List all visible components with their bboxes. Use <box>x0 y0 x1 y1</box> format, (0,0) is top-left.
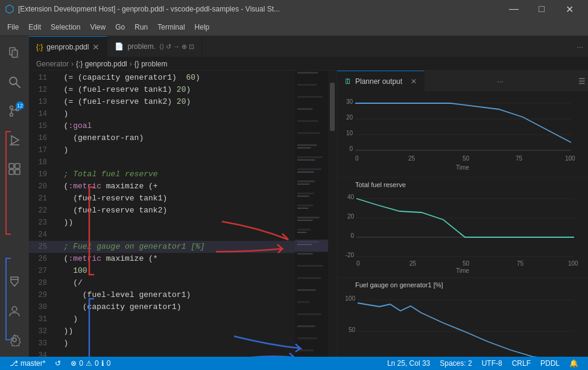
extensions-icon[interactable] <box>0 155 29 183</box>
line-text[interactable]: (fuel-reserve tank2) <box>54 205 337 217</box>
source-control-icon[interactable]: 12 <box>0 97 29 126</box>
help-menu[interactable]: Help <box>190 21 215 34</box>
tab-problem[interactable]: 📄 problem. ⟨⟩ ↺ → ⊕ ⊡ <box>107 36 202 57</box>
line-text[interactable]: 100 <box>54 265 337 277</box>
planner-panel-menu[interactable]: ··· <box>495 71 507 92</box>
line-number: 14 <box>29 108 54 120</box>
line-text[interactable]: ; Fuel gauge on generator1 [%] <box>54 241 337 253</box>
line-text[interactable]: (:metric maximize (* <box>54 253 337 265</box>
line-text[interactable]: (= (capacity generator1) 60) <box>54 72 337 84</box>
line-text[interactable]: (:metric maximize (+ <box>54 180 337 193</box>
maximize-button[interactable]: □ <box>528 0 555 18</box>
line-text[interactable]: (:goal <box>54 120 337 132</box>
tab-close-genprob[interactable]: ✕ <box>92 42 100 52</box>
encoding-text: UTF-8 <box>482 359 502 368</box>
account-icon[interactable] <box>0 296 29 325</box>
chart-middle-title: Total fuel reserve <box>342 180 583 188</box>
svg-line-3 <box>16 84 20 88</box>
code-line: 13 (= (fuel-reserve tank2) 20) <box>29 96 337 108</box>
breadcrumb-problem[interactable]: {} problem <box>134 60 168 68</box>
terminal-menu[interactable]: Terminal <box>153 21 189 34</box>
search-icon[interactable] <box>0 68 29 97</box>
breadcrumb-genprob[interactable]: {:} genprob.pddl <box>76 60 127 68</box>
chart-bottom: Fuel gauge on generator1 [%] 100 50 0 0 <box>337 278 588 357</box>
edit-menu[interactable]: Edit <box>24 21 46 34</box>
line-text[interactable]: ) <box>54 144 337 156</box>
language-mode[interactable]: PDDL <box>536 359 564 368</box>
cursor-position[interactable]: Ln 25, Col 33 <box>382 359 435 368</box>
line-number: 32 <box>29 325 54 337</box>
line-text[interactable]: )) <box>54 217 337 229</box>
planner-panel-options[interactable]: ☰ <box>576 71 588 92</box>
planner-tab-icon: 🗓 <box>344 77 352 86</box>
code-line: 12 (= (fuel-reserve tank1) 20) <box>29 84 337 96</box>
svg-point-2 <box>10 77 17 85</box>
file-menu[interactable]: File <box>2 21 24 34</box>
line-text[interactable]: (fuel-reserve tank1) <box>54 193 337 205</box>
chart-bottom-svg: 100 50 0 0 25 50 75 100 <box>342 289 583 357</box>
minimize-button[interactable]: — <box>500 0 528 18</box>
line-text[interactable]: (fuel-level generator1) <box>54 289 337 301</box>
line-number: 30 <box>29 301 54 313</box>
line-text[interactable]: (capacity generator1) <box>54 301 337 313</box>
planner-output-tab[interactable]: 🗓 Planner output ✕ <box>337 71 425 91</box>
svg-rect-13 <box>15 170 20 174</box>
planner-tab-close[interactable]: ✕ <box>411 77 417 86</box>
line-text[interactable]: (/ <box>54 277 337 289</box>
line-number: 19 <box>29 168 54 180</box>
notifications[interactable]: 🔔 <box>564 359 583 368</box>
code-content[interactable]: 11 (= (capacity generator1) 60)12 (= (fu… <box>29 71 337 357</box>
line-number: 15 <box>29 120 54 132</box>
go-menu[interactable]: Go <box>110 21 130 34</box>
line-text[interactable]: ) <box>54 108 337 120</box>
code-line: 18 <box>29 156 337 168</box>
svg-text:100: 100 <box>568 260 578 267</box>
info-icon: ℹ <box>101 359 104 368</box>
breadcrumb-generator[interactable]: Generator <box>36 60 69 68</box>
tab-label-problem: problem. <box>127 42 156 51</box>
line-ending[interactable]: CRLF <box>507 359 536 368</box>
indentation[interactable]: Spaces: 2 <box>435 359 476 368</box>
selection-menu[interactable]: Selection <box>46 21 85 34</box>
line-text[interactable]: ) <box>54 313 337 325</box>
sync-indicator[interactable]: ↺ <box>50 359 66 368</box>
spaces-text: Spaces: 2 <box>440 359 472 368</box>
svg-text:0: 0 <box>349 145 353 152</box>
run-debug-icon[interactable] <box>0 126 29 155</box>
run-menu[interactable]: Run <box>130 21 153 34</box>
warning-icon: ⚠ <box>86 359 92 368</box>
line-text[interactable]: (generator-ran) <box>54 132 337 144</box>
code-line: 21 (fuel-reserve tank1) <box>29 193 337 205</box>
tab-overflow-menu[interactable]: ··· <box>572 36 588 57</box>
code-line: 27 100 <box>29 265 337 277</box>
line-text[interactable]: (= (fuel-reserve tank1) 20) <box>54 84 337 96</box>
line-number: 17 <box>29 144 54 156</box>
code-line: 22 (fuel-reserve tank2) <box>29 205 337 217</box>
settings-icon[interactable] <box>0 325 29 354</box>
language-text: PDDL <box>540 359 560 368</box>
svg-text:50: 50 <box>349 327 356 333</box>
svg-text:75: 75 <box>516 155 523 162</box>
chart-top: 30 20 10 0 0 25 50 <box>337 92 588 177</box>
titlebar: ⬡ [Extension Development Host] - genprob… <box>0 0 588 18</box>
encoding[interactable]: UTF-8 <box>477 359 507 368</box>
branch-indicator[interactable]: ⎇ master* <box>5 359 50 368</box>
line-number: 11 <box>29 72 54 84</box>
planner-tab-label: Planner output <box>355 77 402 86</box>
line-text[interactable]: )) <box>54 325 337 337</box>
line-text[interactable]: (= (fuel-reserve tank2) 20) <box>54 96 337 108</box>
error-indicator[interactable]: ⊗ 0 ⚠ 0 ℹ 0 <box>66 359 115 368</box>
line-text[interactable]: ) <box>54 337 337 349</box>
line-text[interactable]: ; Total fuel reserve <box>54 168 337 180</box>
view-menu[interactable]: View <box>85 21 110 34</box>
vertical-scrollbar[interactable] <box>328 71 337 357</box>
svg-text:25: 25 <box>408 155 416 162</box>
planner-tabbar: 🗓 Planner output ✕ ··· ☰ <box>337 71 588 92</box>
svg-point-16 <box>13 338 16 342</box>
explorer-icon[interactable] <box>0 39 29 68</box>
tab-genprob[interactable]: {:} genprob.pddl ✕ <box>29 36 107 57</box>
close-button[interactable]: ✕ <box>555 0 583 18</box>
svg-text:Time: Time <box>456 267 469 273</box>
code-editor[interactable]: 11 (= (capacity generator1) 60)12 (= (fu… <box>29 71 337 357</box>
test-icon[interactable] <box>0 267 29 296</box>
